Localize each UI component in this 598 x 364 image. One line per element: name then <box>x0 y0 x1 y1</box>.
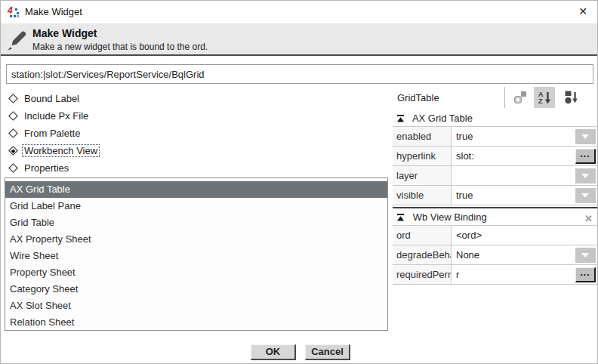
property-label: enabled <box>393 127 452 146</box>
header-subtitle: Make a new widget that is bound to the o… <box>32 42 208 52</box>
property-value[interactable]: <ord> <box>452 226 597 245</box>
property-row-ord: ord <ord> <box>393 226 597 245</box>
section-title: Wb View Binding <box>413 211 487 223</box>
dropdown-button[interactable] <box>575 168 596 184</box>
dropdown-button[interactable] <box>575 129 596 144</box>
radio-label: Workbench View <box>22 144 100 157</box>
view-list: AX Grid Table Grid Label Pane Grid Table… <box>5 177 388 331</box>
header-title: Make Widget <box>32 27 97 39</box>
collapse-icon[interactable] <box>396 211 405 226</box>
radio-label: From Palette <box>24 128 80 139</box>
inspector-title: GridTable <box>397 92 439 103</box>
list-item[interactable]: Category Sheet <box>5 281 387 298</box>
ellipsis-button[interactable]: ... <box>575 149 596 164</box>
dropdown-button[interactable] <box>575 248 596 263</box>
property-label: degradeBehav <box>393 245 452 264</box>
list-item[interactable]: Grid Table <box>5 214 387 231</box>
toolbar-separator <box>504 87 505 108</box>
property-label: visible <box>393 186 452 205</box>
property-row-degrade-behavior: degradeBehav None <box>393 245 597 265</box>
radio-diamond-icon <box>8 94 18 103</box>
sort-kind-icon[interactable] <box>561 87 582 108</box>
inspector-toolbar: GridTable A Z <box>393 85 597 111</box>
close-icon[interactable]: ✕ <box>578 5 587 17</box>
list-item[interactable]: AX Property Sheet <box>5 231 387 248</box>
radio-workbench-view[interactable]: Workbench View <box>8 142 100 159</box>
ok-button[interactable]: OK <box>251 344 296 360</box>
widget-type-radio-group: Bound Label Include Px File From Palette… <box>8 90 100 177</box>
section-header-wb-view-binding: Wb View Binding ✕ <box>393 210 597 225</box>
radio-label: Bound Label <box>24 93 79 104</box>
window-title: Make Widget <box>25 6 82 17</box>
radio-include-px-file[interactable]: Include Px File <box>8 107 100 125</box>
radio-diamond-icon <box>8 128 18 138</box>
radio-properties[interactable]: Properties <box>8 159 100 177</box>
property-row-visible: visible true <box>393 186 597 205</box>
property-row-hyperlink: hyperlink slot: ... <box>393 147 597 166</box>
property-label: hyperlink <box>393 147 452 165</box>
remove-binding-icon[interactable]: ✕ <box>584 211 593 227</box>
add-property-icon[interactable] <box>510 87 531 108</box>
ellipsis-button[interactable]: ... <box>575 267 596 282</box>
list-item[interactable]: AX Grid Table <box>5 181 387 198</box>
ord-input[interactable] <box>6 64 593 84</box>
list-item[interactable]: Wire Sheet <box>5 248 387 264</box>
property-row-enabled: enabled true <box>393 127 597 147</box>
make-widget-dialog: 4 Make Widget ✕ Make Widget Make a new w… <box>0 0 598 364</box>
property-label: layer <box>393 166 452 185</box>
property-row-layer: layer <box>393 166 597 186</box>
property-label: requiredPerm <box>393 265 452 284</box>
property-inspector: GridTable A Z <box>393 85 597 285</box>
property-row-required-permissions: requiredPerm r ... <box>393 265 597 285</box>
pencil-icon <box>5 26 30 55</box>
dialog-header: Make Widget Make a new widget that is bo… <box>1 23 597 56</box>
svg-text:Z: Z <box>538 97 543 105</box>
section-title: AX Grid Table <box>412 113 473 124</box>
radio-diamond-selected-icon <box>8 146 18 156</box>
cancel-button[interactable]: Cancel <box>305 344 350 360</box>
radio-bound-label[interactable]: Bound Label <box>8 90 100 107</box>
dropdown-button[interactable] <box>575 188 596 203</box>
collapse-icon[interactable] <box>396 112 405 127</box>
sort-alpha-icon[interactable]: A Z <box>534 87 555 108</box>
radio-label: Include Px File <box>24 110 88 122</box>
titlebar: 4 Make Widget ✕ <box>1 1 597 23</box>
radio-diamond-icon <box>8 163 18 173</box>
list-item[interactable]: Relation Sheet <box>5 314 387 331</box>
radio-from-palette[interactable]: From Palette <box>8 125 100 142</box>
list-item[interactable]: Property Sheet <box>5 264 387 281</box>
radio-diamond-icon <box>8 111 18 121</box>
property-grid: enabled true hyperlink slot: ... layer v… <box>393 126 597 205</box>
radio-label: Properties <box>24 162 69 174</box>
niagara-logo-icon: 4 <box>8 6 20 18</box>
property-label: ord <box>393 226 452 245</box>
section-header-ax-grid-table: AX Grid Table <box>393 111 597 126</box>
property-grid: ord <ord> degradeBehav None requiredPerm… <box>393 225 597 285</box>
list-item[interactable]: AX Slot Sheet <box>5 298 387 314</box>
list-item[interactable]: Grid Label Pane <box>5 198 387 214</box>
